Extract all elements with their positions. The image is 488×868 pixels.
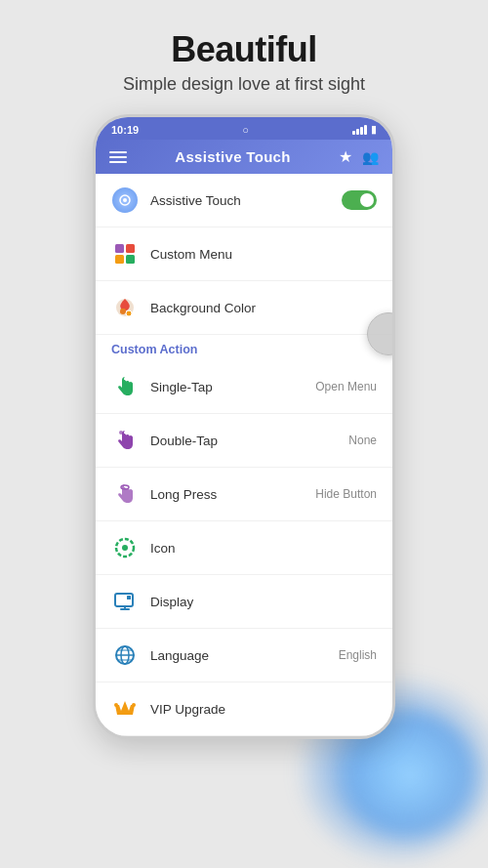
language-label: Language (150, 648, 339, 663)
background-color-label: Background Color (150, 301, 377, 315)
app-bar-title: Assistive Touch (175, 148, 290, 165)
status-icons: ▮ (352, 123, 377, 136)
svg-rect-4 (115, 255, 124, 264)
menu-list: Assistive Touch Custom Menu (96, 174, 392, 736)
menu-item-background-color[interactable]: Background Color (96, 281, 392, 335)
display-label: Display (150, 595, 377, 609)
user-add-icon[interactable]: 👥 (362, 149, 379, 165)
single-tap-icon (111, 373, 139, 400)
svg-rect-13 (127, 596, 131, 599)
vip-upgrade-label: VIP Upgrade (150, 702, 377, 717)
menu-item-long-press[interactable]: Long Press Hide Button (96, 468, 392, 521)
double-tap-icon (111, 427, 139, 454)
status-time: 10:19 (111, 124, 139, 136)
svg-rect-2 (115, 244, 124, 253)
assistive-touch-icon (111, 186, 139, 214)
menu-item-vip-upgrade[interactable]: VIP Upgrade (96, 682, 392, 736)
background-color-icon (111, 294, 139, 321)
custom-action-label: Custom Action (111, 343, 197, 356)
svg-point-17 (132, 703, 136, 707)
status-bar: 10:19 ○ ▮ (96, 117, 392, 140)
menu-item-double-tap[interactable]: Double-Tap None (96, 414, 392, 468)
long-press-value: Hide Button (315, 487, 377, 501)
svg-point-11 (122, 545, 128, 551)
menu-item-custom-menu[interactable]: Custom Menu (96, 227, 392, 281)
icon-label: Icon (150, 541, 377, 556)
page-header: Beautiful Simple design love at first si… (123, 29, 365, 95)
svg-point-8 (119, 431, 123, 434)
language-value: English (339, 648, 377, 662)
assistive-touch-label: Assistive Touch (150, 193, 342, 208)
menu-item-icon[interactable]: Icon (96, 521, 392, 575)
page-title: Beautiful (123, 29, 365, 70)
app-bar: Assistive Touch ★ 👥 (96, 140, 392, 174)
menu-item-language[interactable]: Language English (96, 629, 392, 682)
vip-upgrade-icon (111, 695, 139, 723)
phone-screen: 10:19 ○ ▮ Assistive Touch ★ 👥 (93, 114, 395, 739)
display-icon (111, 588, 139, 615)
assistive-touch-toggle[interactable] (342, 190, 377, 210)
single-tap-value: Open Menu (315, 380, 377, 393)
custom-menu-icon (111, 240, 139, 268)
menu-item-single-tap[interactable]: Single-Tap Open Menu (96, 360, 392, 414)
star-icon[interactable]: ★ (339, 147, 352, 166)
single-tap-label: Single-Tap (150, 380, 315, 394)
icon-setting-icon (111, 534, 139, 561)
page-subtitle: Simple design love at first sight (123, 74, 365, 95)
language-icon (111, 641, 139, 669)
double-tap-label: Double-Tap (150, 434, 348, 448)
svg-point-16 (114, 703, 118, 707)
battery-icon: ▮ (371, 123, 377, 136)
double-tap-value: None (348, 434, 377, 447)
svg-point-1 (123, 198, 127, 202)
menu-item-assistive-touch[interactable]: Assistive Touch (96, 174, 392, 227)
svg-rect-3 (126, 244, 135, 253)
menu-icon[interactable] (109, 151, 127, 163)
svg-rect-12 (115, 594, 133, 606)
custom-action-section: Custom Action (96, 335, 392, 360)
menu-item-display[interactable]: Display (96, 575, 392, 629)
status-indicator: ○ (242, 124, 249, 136)
long-press-icon (111, 480, 139, 508)
svg-rect-5 (126, 255, 135, 264)
svg-point-7 (126, 310, 132, 316)
long-press-label: Long Press (150, 487, 315, 502)
phone-mockup: 10:19 ○ ▮ Assistive Touch ★ 👥 (93, 114, 395, 739)
signal-icon (352, 125, 367, 135)
custom-menu-label: Custom Menu (150, 247, 377, 262)
app-bar-actions: ★ 👥 (339, 147, 379, 166)
